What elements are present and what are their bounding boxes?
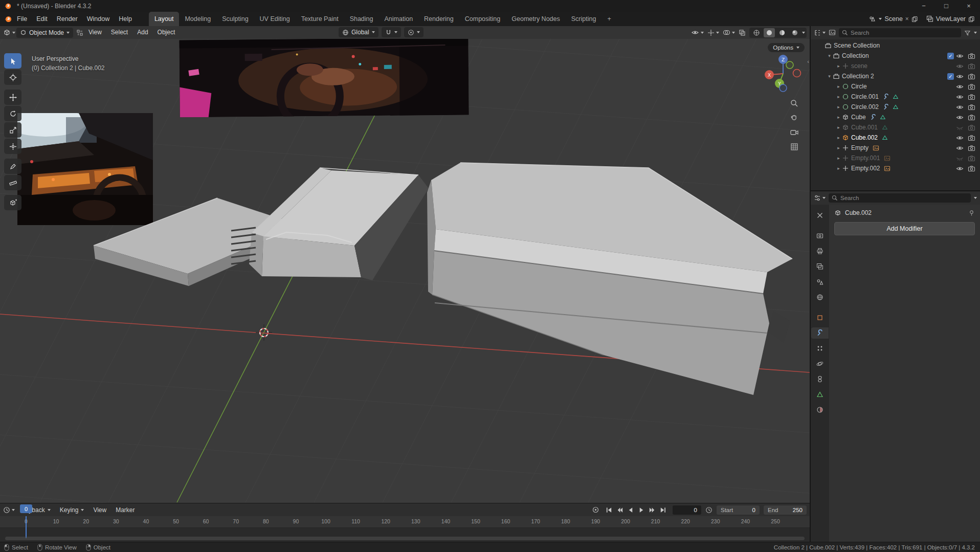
eye-closed-icon[interactable] <box>956 124 964 131</box>
workspace-tab-layout[interactable]: Layout <box>149 12 180 26</box>
end-frame-field[interactable]: End 250 <box>764 505 807 515</box>
workspace-tab-shading[interactable]: Shading <box>344 12 379 26</box>
chevron-down-icon[interactable] <box>974 32 977 34</box>
playhead-badge[interactable]: 0 <box>20 504 32 513</box>
outliner-item-label[interactable]: Empty <box>851 144 868 151</box>
mesh-object-middle-wedge[interactable] <box>231 168 429 280</box>
menu-object[interactable]: Object <box>153 26 180 39</box>
sidebar-toggle-arrow[interactable]: ‹ <box>807 58 809 64</box>
outliner-item-label[interactable]: Circle.001 <box>851 93 879 100</box>
close-button[interactable]: × <box>957 0 980 12</box>
gizmos-dropdown[interactable] <box>707 29 719 36</box>
toggle-perspective-icon[interactable] <box>790 143 798 151</box>
play-button[interactable] <box>638 506 645 514</box>
chevron-down-icon[interactable] <box>802 32 805 34</box>
disclosure-icon[interactable]: ▸ <box>835 63 842 69</box>
copy-icon[interactable] <box>968 16 975 23</box>
next-keyframe-button[interactable] <box>649 506 656 514</box>
disclosure-icon[interactable]: ▾ <box>826 53 833 58</box>
minimize-button[interactable]: − <box>912 0 935 12</box>
shading-solid-button[interactable] <box>764 28 775 37</box>
shading-wireframe-button[interactable] <box>751 28 762 37</box>
prev-keyframe-button[interactable] <box>616 506 623 514</box>
visibility-dropdown[interactable] <box>691 29 704 36</box>
workspace-tab-sculpting[interactable]: Sculpting <box>216 12 254 26</box>
timeline-scrollbar[interactable] <box>5 537 805 540</box>
timeline-ruler[interactable]: 0102030405060708090100110120130140150160… <box>0 516 810 528</box>
playhead-line[interactable] <box>26 516 27 538</box>
breadcrumb-object-name[interactable]: Cube.002 <box>845 209 872 216</box>
camera-icon[interactable] <box>968 63 975 70</box>
tab-tool[interactable] <box>812 210 828 221</box>
annotate-tool[interactable] <box>4 159 21 174</box>
camera-icon[interactable] <box>968 165 975 172</box>
new-scene-icon[interactable] <box>911 16 918 23</box>
tab-particles[interactable] <box>812 343 828 354</box>
disclosure-icon[interactable]: ▸ <box>835 104 842 109</box>
workspace-tab-animation[interactable]: Animation <box>379 12 419 26</box>
eye-icon[interactable] <box>956 53 964 59</box>
add-cube-tool[interactable] <box>4 195 21 210</box>
workspace-tab-modeling[interactable]: Modeling <box>179 12 216 26</box>
rotate-tool[interactable] <box>4 106 21 121</box>
outliner-row-cube-002[interactable]: ▸ Cube.002 <box>811 133 980 143</box>
shading-material-button[interactable] <box>776 28 788 37</box>
viewport-3d[interactable]: User Perspective (0) Collection 2 | Cube… <box>0 39 810 503</box>
outliner-row-collection[interactable]: ▾ Collection ✓ <box>811 51 980 61</box>
eye-icon[interactable] <box>956 83 964 90</box>
outliner-row-circle-002[interactable]: ▸ Circle.002 <box>811 102 980 112</box>
workspace-tab-geometry-nodes[interactable]: Geometry Nodes <box>506 12 565 26</box>
outliner-item-label[interactable]: scene <box>851 62 867 70</box>
move-tool[interactable] <box>4 90 21 105</box>
menu-window[interactable]: Window <box>82 12 114 26</box>
clock-icon[interactable] <box>705 506 712 514</box>
chevron-down-icon[interactable] <box>974 197 977 199</box>
add-modifier-button[interactable]: Add Modifier <box>834 222 975 235</box>
gizmo-x-neg-axis[interactable] <box>793 70 801 77</box>
pin-icon[interactable] <box>968 210 975 216</box>
outliner-item-label[interactable]: Scene Collection <box>834 42 880 49</box>
eye-icon[interactable] <box>956 63 964 70</box>
current-frame-field[interactable]: 0 <box>673 505 701 515</box>
outliner-row-scene-collection[interactable]: Scene Collection <box>811 40 980 51</box>
filter-icon[interactable] <box>964 30 971 36</box>
snap-dropdown[interactable] <box>382 27 401 37</box>
scene-selector[interactable]: Scene × <box>869 15 918 23</box>
outliner-row-cube-001[interactable]: ▸ Cube.001 <box>811 122 980 133</box>
outliner-row-empty-001[interactable]: ▸ Empty.001 <box>811 153 980 163</box>
outliner-item-label[interactable]: Cube <box>851 114 866 121</box>
exclude-checkbox[interactable]: ✓ <box>947 73 954 80</box>
display-mode-icon[interactable] <box>829 29 836 36</box>
tab-material[interactable] <box>812 404 828 415</box>
tab-modifiers[interactable] <box>811 327 829 339</box>
view-layer-selector[interactable]: ViewLayer <box>926 15 975 23</box>
start-frame-field[interactable]: Start 0 <box>717 505 760 515</box>
menu-marker[interactable]: Marker <box>112 506 139 514</box>
outliner-row-circle-001[interactable]: ▸ Circle.001 <box>811 92 980 102</box>
eye-icon[interactable] <box>956 94 964 100</box>
navigation-gizmo[interactable]: Z X Y <box>763 52 804 96</box>
disclosure-icon[interactable]: ▸ <box>835 135 842 140</box>
tab-physics[interactable] <box>812 358 828 369</box>
outliner-editor-selector[interactable] <box>814 29 826 36</box>
exclude-checkbox[interactable]: ✓ <box>947 53 954 59</box>
outliner-item-label[interactable]: Empty.002 <box>851 165 880 172</box>
eye-icon[interactable] <box>956 104 964 111</box>
menu-view[interactable]: View <box>89 506 110 514</box>
workspace-tab-texture-paint[interactable]: Texture Paint <box>296 12 344 26</box>
timeline-editor-selector[interactable] <box>3 506 15 514</box>
eye-icon[interactable] <box>956 145 964 151</box>
camera-icon[interactable] <box>968 104 975 111</box>
xray-toggle[interactable] <box>739 29 746 36</box>
play-reverse-button[interactable] <box>627 506 634 514</box>
mode-transfer-button[interactable] <box>76 29 83 36</box>
outliner-row-empty-002[interactable]: ▸ Empty.002 <box>811 163 980 173</box>
gizmo-y-neg-axis[interactable] <box>786 61 793 69</box>
tab-render[interactable] <box>812 230 828 241</box>
tab-scene[interactable] <box>812 276 828 288</box>
measure-tool[interactable] <box>4 175 21 190</box>
transform-orientation-dropdown[interactable]: Global <box>339 27 378 37</box>
menu-keying[interactable]: Keying <box>56 506 88 514</box>
editor-type-selector[interactable] <box>3 29 15 36</box>
camera-icon[interactable] <box>968 135 975 141</box>
